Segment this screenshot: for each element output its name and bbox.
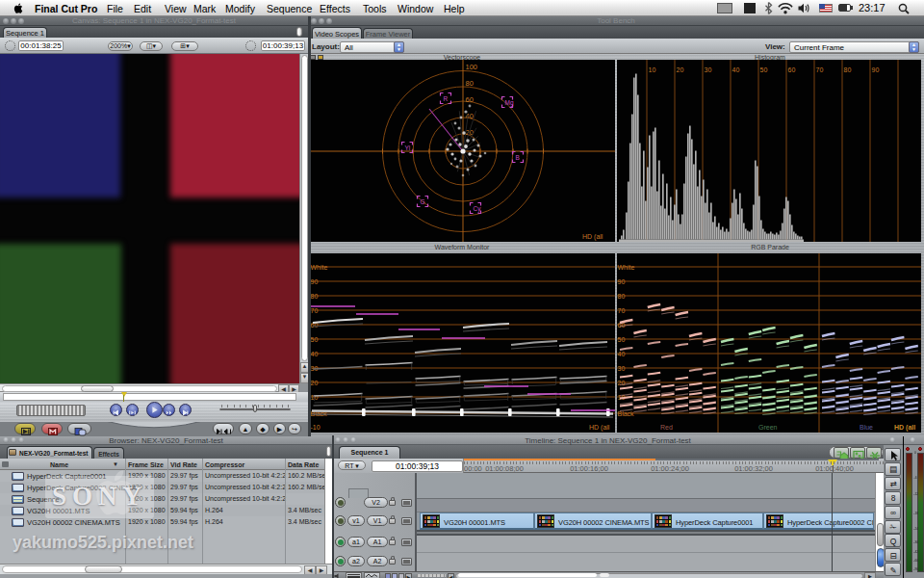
svg-text:HD (all: HD (all: [894, 424, 915, 432]
svg-text:70: 70: [618, 307, 626, 314]
svg-text:50: 50: [760, 66, 768, 73]
svg-text:90: 90: [311, 278, 319, 285]
svg-text:30: 30: [311, 365, 319, 372]
svg-text:White: White: [311, 264, 328, 271]
svg-text:80: 80: [466, 79, 474, 88]
svg-text:80: 80: [844, 66, 852, 73]
svg-text:10: 10: [649, 66, 656, 73]
svg-text:100: 100: [466, 63, 478, 71]
svg-text:G: G: [421, 198, 425, 205]
svg-text:20: 20: [311, 380, 319, 386]
svg-text:Green: Green: [758, 424, 778, 431]
svg-text:30: 30: [705, 66, 712, 73]
svg-text:Red: Red: [660, 424, 673, 431]
svg-text:40: 40: [311, 351, 319, 357]
svg-text:Cy: Cy: [474, 205, 482, 213]
svg-text:30: 30: [618, 365, 626, 372]
svg-text:70: 70: [816, 66, 824, 73]
svg-text:60: 60: [466, 95, 474, 104]
svg-text:40: 40: [732, 66, 740, 73]
svg-text:Yl: Yl: [405, 144, 411, 151]
svg-text:Mg: Mg: [505, 99, 514, 107]
svg-text:20: 20: [677, 66, 684, 73]
svg-text:R: R: [444, 95, 449, 102]
svg-text:50: 50: [311, 336, 319, 343]
svg-text:HD (all: HD (all: [589, 424, 610, 432]
svg-text:B: B: [516, 154, 520, 161]
svg-text:90: 90: [872, 66, 880, 73]
svg-text:White: White: [618, 264, 635, 271]
svg-text:40: 40: [618, 351, 626, 357]
svg-text:60: 60: [788, 66, 796, 73]
svg-text:50: 50: [618, 336, 626, 343]
svg-text:90: 90: [618, 278, 626, 285]
svg-text:80: 80: [311, 293, 319, 300]
svg-text:80: 80: [618, 293, 626, 300]
svg-text:-10: -10: [311, 424, 321, 431]
svg-text:70: 70: [311, 307, 319, 314]
svg-text:HD (all: HD (all: [582, 233, 603, 241]
svg-text:Blue: Blue: [860, 424, 873, 431]
